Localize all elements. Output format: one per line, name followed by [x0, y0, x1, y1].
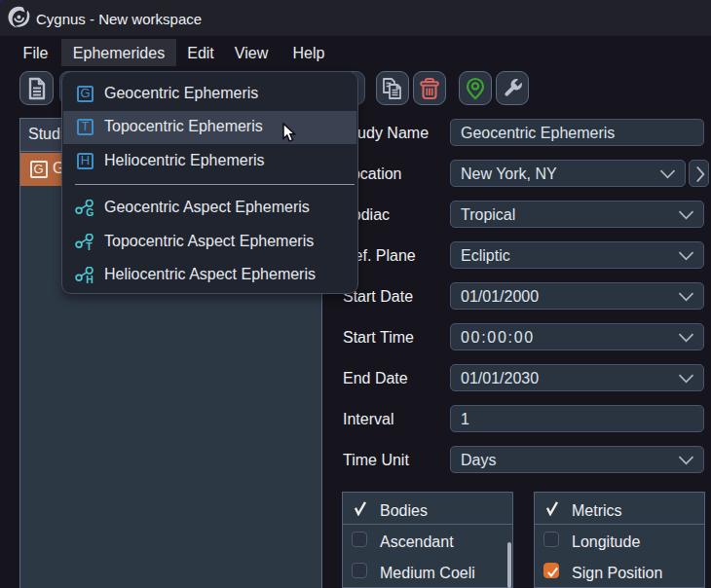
svg-text:T: T [86, 239, 93, 251]
svg-text:G: G [86, 206, 94, 218]
svg-text:H: H [86, 274, 94, 285]
